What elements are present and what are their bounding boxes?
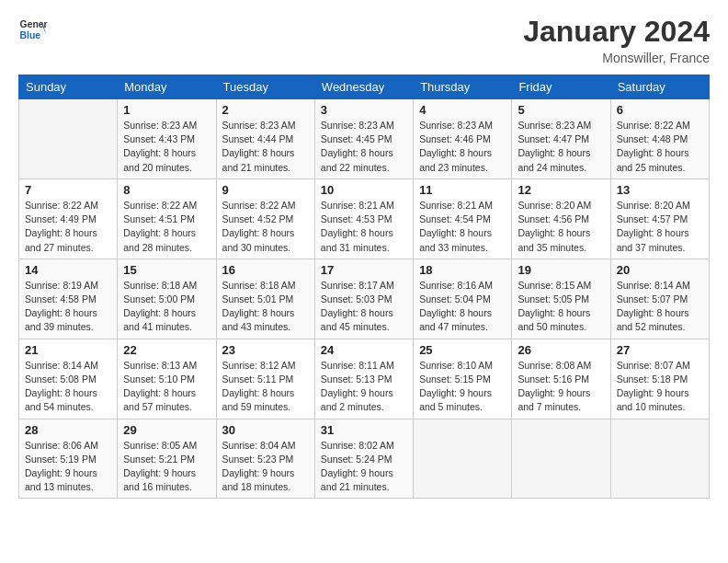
col-saturday: Saturday — [610, 75, 709, 99]
day-number: 12 — [518, 183, 604, 197]
day-number: 19 — [518, 263, 604, 277]
svg-text:Blue: Blue — [20, 30, 41, 40]
table-row: 29 Sunrise: 8:05 AMSunset: 5:21 PMDaylig… — [118, 419, 216, 499]
day-info: Sunrise: 8:08 AMSunset: 5:16 PMDaylight:… — [518, 359, 604, 415]
day-number: 22 — [123, 343, 210, 357]
day-number: 24 — [321, 343, 407, 357]
table-row: 5 Sunrise: 8:23 AMSunset: 4:47 PMDayligh… — [512, 99, 610, 179]
day-number: 30 — [222, 423, 309, 437]
table-row: 31 Sunrise: 8:02 AMSunset: 5:24 PMDaylig… — [314, 419, 413, 499]
day-info: Sunrise: 8:22 AMSunset: 4:51 PMDaylight:… — [123, 199, 210, 255]
table-row: 12 Sunrise: 8:20 AMSunset: 4:56 PMDaylig… — [512, 178, 610, 259]
day-info: Sunrise: 8:16 AMSunset: 5:04 PMDaylight:… — [419, 279, 506, 335]
day-info: Sunrise: 8:22 AMSunset: 4:52 PMDaylight:… — [222, 199, 309, 255]
day-number: 26 — [518, 343, 604, 357]
header: General Blue January 2024 Monswiller, Fr… — [18, 15, 710, 65]
day-number: 14 — [25, 263, 111, 277]
table-row: 18 Sunrise: 8:16 AMSunset: 5:04 PMDaylig… — [414, 259, 512, 339]
month-title: January 2024 — [523, 15, 710, 49]
day-info: Sunrise: 8:12 AMSunset: 5:11 PMDaylight:… — [222, 359, 309, 415]
table-row: 26 Sunrise: 8:08 AMSunset: 5:16 PMDaylig… — [512, 339, 610, 419]
day-number: 4 — [419, 103, 506, 117]
table-row: 16 Sunrise: 8:18 AMSunset: 5:01 PMDaylig… — [216, 259, 314, 339]
day-number: 16 — [222, 263, 309, 277]
calendar-table: Sunday Monday Tuesday Wednesday Thursday… — [18, 75, 710, 499]
day-number: 10 — [321, 183, 407, 197]
table-row: 19 Sunrise: 8:15 AMSunset: 5:05 PMDaylig… — [512, 259, 610, 339]
table-row — [414, 419, 512, 499]
table-row: 11 Sunrise: 8:21 AMSunset: 4:54 PMDaylig… — [414, 178, 512, 259]
day-number: 21 — [25, 343, 111, 357]
day-info: Sunrise: 8:21 AMSunset: 4:53 PMDaylight:… — [321, 199, 407, 255]
day-number: 3 — [321, 103, 407, 117]
day-info: Sunrise: 8:22 AMSunset: 4:48 PMDaylight:… — [617, 119, 703, 175]
day-number: 17 — [321, 263, 407, 277]
day-info: Sunrise: 8:23 AMSunset: 4:43 PMDaylight:… — [123, 119, 210, 175]
day-number: 13 — [617, 183, 703, 197]
table-row: 7 Sunrise: 8:22 AMSunset: 4:49 PMDayligh… — [19, 178, 118, 259]
table-row: 2 Sunrise: 8:23 AMSunset: 4:44 PMDayligh… — [216, 99, 314, 179]
day-number: 20 — [617, 263, 703, 277]
table-row: 30 Sunrise: 8:04 AMSunset: 5:23 PMDaylig… — [216, 419, 314, 499]
table-row: 24 Sunrise: 8:11 AMSunset: 5:13 PMDaylig… — [314, 339, 413, 419]
table-row — [19, 99, 118, 179]
table-row: 4 Sunrise: 8:23 AMSunset: 4:46 PMDayligh… — [414, 99, 512, 179]
day-number: 5 — [518, 103, 604, 117]
day-number: 6 — [617, 103, 703, 117]
day-info: Sunrise: 8:23 AMSunset: 4:44 PMDaylight:… — [222, 119, 309, 175]
day-number: 1 — [123, 103, 210, 117]
col-wednesday: Wednesday — [314, 75, 413, 99]
table-row — [512, 419, 610, 499]
col-tuesday: Tuesday — [216, 75, 314, 99]
location: Monswiller, France — [523, 51, 710, 65]
col-friday: Friday — [512, 75, 610, 99]
day-number: 27 — [617, 343, 703, 357]
table-row: 14 Sunrise: 8:19 AMSunset: 4:58 PMDaylig… — [19, 259, 118, 339]
col-thursday: Thursday — [414, 75, 512, 99]
table-row: 27 Sunrise: 8:07 AMSunset: 5:18 PMDaylig… — [610, 339, 709, 419]
day-number: 18 — [419, 263, 506, 277]
day-info: Sunrise: 8:04 AMSunset: 5:23 PMDaylight:… — [222, 439, 309, 495]
table-row: 15 Sunrise: 8:18 AMSunset: 5:00 PMDaylig… — [118, 259, 216, 339]
day-info: Sunrise: 8:19 AMSunset: 4:58 PMDaylight:… — [25, 279, 111, 335]
day-number: 7 — [25, 183, 111, 197]
day-info: Sunrise: 8:15 AMSunset: 5:05 PMDaylight:… — [518, 279, 604, 335]
table-row: 22 Sunrise: 8:13 AMSunset: 5:10 PMDaylig… — [118, 339, 216, 419]
day-info: Sunrise: 8:13 AMSunset: 5:10 PMDaylight:… — [123, 359, 210, 415]
day-info: Sunrise: 8:23 AMSunset: 4:45 PMDaylight:… — [321, 119, 407, 175]
day-info: Sunrise: 8:11 AMSunset: 5:13 PMDaylight:… — [321, 359, 407, 415]
day-info: Sunrise: 8:14 AMSunset: 5:08 PMDaylight:… — [25, 359, 111, 415]
logo-icon: General Blue — [18, 15, 48, 44]
day-info: Sunrise: 8:18 AMSunset: 5:00 PMDaylight:… — [123, 279, 210, 335]
table-row: 20 Sunrise: 8:14 AMSunset: 5:07 PMDaylig… — [610, 259, 709, 339]
day-number: 25 — [419, 343, 506, 357]
day-number: 9 — [222, 183, 309, 197]
table-row: 23 Sunrise: 8:12 AMSunset: 5:11 PMDaylig… — [216, 339, 314, 419]
day-number: 2 — [222, 103, 309, 117]
table-row: 17 Sunrise: 8:17 AMSunset: 5:03 PMDaylig… — [314, 259, 413, 339]
day-info: Sunrise: 8:10 AMSunset: 5:15 PMDaylight:… — [419, 359, 506, 415]
day-number: 29 — [123, 423, 210, 437]
day-info: Sunrise: 8:07 AMSunset: 5:18 PMDaylight:… — [617, 359, 703, 415]
day-info: Sunrise: 8:05 AMSunset: 5:21 PMDaylight:… — [123, 439, 210, 495]
day-info: Sunrise: 8:18 AMSunset: 5:01 PMDaylight:… — [222, 279, 309, 335]
table-row: 13 Sunrise: 8:20 AMSunset: 4:57 PMDaylig… — [610, 178, 709, 259]
day-info: Sunrise: 8:14 AMSunset: 5:07 PMDaylight:… — [617, 279, 703, 335]
table-row: 10 Sunrise: 8:21 AMSunset: 4:53 PMDaylig… — [314, 178, 413, 259]
col-monday: Monday — [118, 75, 216, 99]
day-info: Sunrise: 8:06 AMSunset: 5:19 PMDaylight:… — [25, 439, 111, 495]
col-sunday: Sunday — [19, 75, 118, 99]
table-row — [610, 419, 709, 499]
table-row: 3 Sunrise: 8:23 AMSunset: 4:45 PMDayligh… — [314, 99, 413, 179]
day-info: Sunrise: 8:20 AMSunset: 4:57 PMDaylight:… — [617, 199, 703, 255]
table-row: 8 Sunrise: 8:22 AMSunset: 4:51 PMDayligh… — [118, 178, 216, 259]
table-row: 6 Sunrise: 8:22 AMSunset: 4:48 PMDayligh… — [610, 99, 709, 179]
day-number: 8 — [123, 183, 210, 197]
day-info: Sunrise: 8:20 AMSunset: 4:56 PMDaylight:… — [518, 199, 604, 255]
day-info: Sunrise: 8:17 AMSunset: 5:03 PMDaylight:… — [321, 279, 407, 335]
day-number: 11 — [419, 183, 506, 197]
title-block: January 2024 Monswiller, France — [523, 15, 710, 65]
table-row: 28 Sunrise: 8:06 AMSunset: 5:19 PMDaylig… — [19, 419, 118, 499]
page: General Blue January 2024 Monswiller, Fr… — [0, 0, 728, 563]
table-row: 21 Sunrise: 8:14 AMSunset: 5:08 PMDaylig… — [19, 339, 118, 419]
